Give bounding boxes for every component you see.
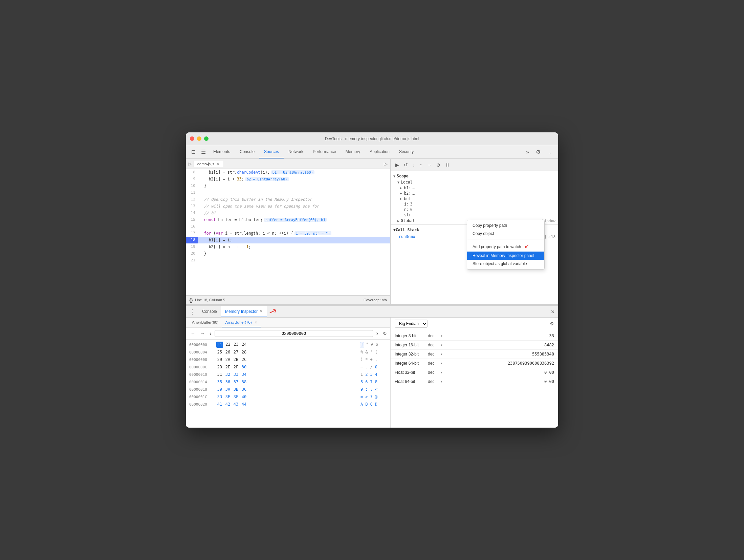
scope-item-str[interactable]: str bbox=[391, 212, 558, 218]
code-line-18: 18 b1[i] = i; bbox=[186, 237, 390, 243]
code-line-19: 19 b2[i] = n - i - 1; bbox=[186, 243, 390, 250]
hex-row-8: 00000008 29 2A 2B 2C ) * bbox=[189, 356, 387, 363]
bottom-panel: ⋮ Console Memory Inspector ✕ ↙ ✕ bbox=[186, 306, 558, 428]
ctx-store-global-variable[interactable]: Store object as global variable bbox=[467, 260, 544, 268]
hex-row-4: 00000004 25 26 27 28 % & bbox=[189, 348, 387, 356]
dt-int64-arrow[interactable]: ▾ bbox=[441, 362, 442, 365]
local-header[interactable]: ▼ Local bbox=[391, 179, 558, 185]
global-arrow: ▶ bbox=[397, 219, 399, 223]
hex-row-c: 0000000C 2D 2E 2F 30 – . bbox=[189, 363, 387, 371]
scope-item-n[interactable]: n: 0 bbox=[391, 207, 558, 212]
tab-memory-inspector[interactable]: Memory Inspector ✕ bbox=[221, 306, 267, 317]
more-options-button[interactable]: ⋮ bbox=[545, 149, 555, 155]
hex-row-20: 00000020 41 42 43 44 A B bbox=[189, 401, 387, 408]
buf-arrow: ▶ bbox=[400, 197, 402, 200]
address-input[interactable] bbox=[215, 330, 373, 337]
context-menu: Copy property path Copy object Add prope… bbox=[467, 220, 545, 270]
devtools-nav: ⊡ ☰ Elements Console Sources Network Per… bbox=[186, 145, 558, 159]
resume-button[interactable]: ▶ bbox=[393, 161, 401, 169]
tab-performance[interactable]: Performance bbox=[308, 145, 341, 158]
status-left: {} Line 18, Column 5 bbox=[189, 297, 225, 303]
more-tabs-button[interactable]: » bbox=[523, 149, 532, 155]
scope-header[interactable]: ▼ Scope bbox=[391, 173, 558, 179]
local-title: Local bbox=[401, 180, 413, 185]
step-button[interactable]: → bbox=[425, 161, 434, 169]
bottom-panel-dots[interactable]: ⋮ bbox=[189, 308, 195, 316]
memory-inspector-close[interactable]: ✕ bbox=[260, 309, 263, 314]
code-line-16: 16 bbox=[186, 223, 390, 230]
endian-select[interactable]: Big Endian bbox=[395, 320, 428, 328]
settings-button[interactable]: ⚙ bbox=[533, 149, 543, 155]
tab-network[interactable]: Network bbox=[284, 145, 308, 158]
dt-int16-arrow[interactable]: ▾ bbox=[441, 343, 442, 347]
code-line-10: 10 } bbox=[186, 182, 390, 189]
code-line-11: 11 bbox=[186, 189, 390, 196]
buffer-tabs: ArrayBuffer(60) ArrayBuffer(70) ✕ bbox=[186, 318, 390, 328]
inspector-icon[interactable]: ⊡ bbox=[189, 145, 198, 158]
ctx-copy-object[interactable]: Copy object bbox=[467, 230, 544, 238]
minimize-button[interactable] bbox=[197, 136, 201, 141]
buffer-tab-70[interactable]: ArrayBuffer(70) ✕ bbox=[222, 318, 261, 327]
titlebar-buttons bbox=[190, 136, 209, 141]
step-into-button[interactable]: ↓ bbox=[411, 161, 417, 169]
dt-float64: Float 64-bit dec ▾ 0.00 bbox=[391, 377, 558, 386]
scope-item-b1[interactable]: ▶ b1: … bbox=[391, 185, 558, 191]
file-tab[interactable]: demo-js.js ✕ bbox=[194, 161, 223, 167]
ctx-add-property-watch[interactable]: Add property path to watch ↙ bbox=[467, 241, 544, 252]
hex-byte-21[interactable]: 21 bbox=[216, 342, 223, 348]
dt-float32-arrow[interactable]: ▾ bbox=[441, 371, 442, 374]
hex-grid: 00000000 21 22 23 24 ! " bbox=[186, 340, 390, 428]
scope-item-b2[interactable]: ▶ b2: … bbox=[391, 191, 558, 196]
nav-back-button[interactable]: ← bbox=[189, 330, 197, 337]
next-address-button[interactable]: › bbox=[375, 330, 379, 337]
close-button[interactable] bbox=[190, 136, 194, 141]
code-line-13: 13 // will open the same view as for ope… bbox=[186, 203, 390, 210]
buffer-tab-70-close[interactable]: ✕ bbox=[255, 321, 257, 324]
tab-security[interactable]: Security bbox=[394, 145, 418, 158]
dt-int32-arrow[interactable]: ▾ bbox=[441, 352, 442, 356]
b1-arrow: ▶ bbox=[400, 186, 402, 190]
tab-console-bottom[interactable]: Console bbox=[198, 306, 221, 317]
hex-row-10: 00000010 31 32 33 34 1 2 bbox=[189, 371, 387, 378]
dt-int16: Integer 16-bit dec ▾ 8482 bbox=[391, 341, 558, 350]
b2-arrow: ▶ bbox=[400, 192, 402, 195]
nav-forward-button[interactable]: → bbox=[199, 330, 206, 337]
refresh-button[interactable]: ↻ bbox=[383, 331, 387, 336]
deactivate-breakpoints[interactable]: ⊘ bbox=[434, 161, 442, 169]
sources-panel: ▷ demo-js.js ✕ ▷ 8 b1[i] = str.charCodeA… bbox=[186, 159, 391, 304]
callstack-arrow: ▼ bbox=[393, 228, 396, 232]
format-toggle-icon[interactable]: ▷ bbox=[384, 161, 388, 167]
endian-bar: Big Endian ⚙ bbox=[391, 318, 558, 330]
scope-item-i[interactable]: i: 3 bbox=[391, 201, 558, 207]
code-line-15: 15 const buffer = b1.buffer;buffer = Arr… bbox=[186, 216, 390, 223]
tab-sources[interactable]: Sources bbox=[259, 145, 284, 158]
dt-int8-arrow[interactable]: ▾ bbox=[441, 334, 442, 338]
tab-memory[interactable]: Memory bbox=[341, 145, 365, 158]
tab-application[interactable]: Application bbox=[365, 145, 394, 158]
ctx-reveal-memory-inspector[interactable]: Reveal in Memory Inspector panel bbox=[467, 252, 544, 260]
format-icon: {} bbox=[189, 297, 193, 303]
dt-float64-arrow[interactable]: ▾ bbox=[441, 380, 442, 383]
memory-settings-button[interactable]: ⚙ bbox=[550, 321, 554, 326]
tab-elements[interactable]: Elements bbox=[209, 145, 235, 158]
maximize-button[interactable] bbox=[204, 136, 209, 141]
scope-item-buf[interactable]: ▶ buf bbox=[391, 196, 558, 201]
device-icon[interactable]: ☰ bbox=[198, 145, 209, 158]
dt-int64: Integer 64-bit dec ▾ 2387509390608836392 bbox=[391, 359, 558, 368]
step-over-button[interactable]: ↺ bbox=[402, 161, 410, 169]
step-out-button[interactable]: ↑ bbox=[418, 161, 424, 169]
debug-toolbar: ▶ ↺ ↓ ↑ → ⊘ ⏸ bbox=[391, 159, 558, 171]
tab-console[interactable]: Console bbox=[235, 145, 259, 158]
hex-row-1c: 0000001C 3D 3E 3F 40 = > bbox=[189, 393, 387, 401]
ctx-copy-property-path[interactable]: Copy property path bbox=[467, 221, 544, 230]
pause-exceptions[interactable]: ⏸ bbox=[443, 161, 452, 169]
top-panels: ▷ demo-js.js ✕ ▷ 8 b1[i] = str.charCodeA… bbox=[186, 159, 558, 304]
main-area: ▷ demo-js.js ✕ ▷ 8 b1[i] = str.charCodeA… bbox=[186, 159, 558, 428]
buffer-tab-60[interactable]: ArrayBuffer(60) bbox=[189, 318, 222, 327]
callstack-title: Call Stack bbox=[396, 228, 419, 232]
code-editor: 8 b1[i] = str.charCodeAt(i);b1 = Uint8Ar… bbox=[186, 169, 390, 295]
file-tab-close[interactable]: ✕ bbox=[216, 162, 219, 166]
prev-address-button[interactable]: ‹ bbox=[208, 330, 213, 337]
ctx-separator bbox=[467, 239, 544, 239]
close-bottom-panel[interactable]: ✕ bbox=[551, 309, 555, 315]
